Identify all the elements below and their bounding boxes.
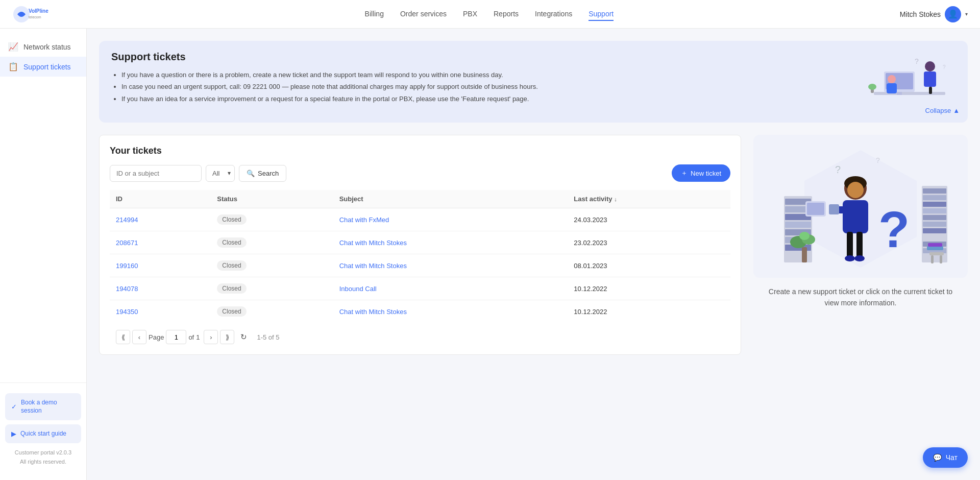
plus-icon: ＋: [681, 169, 688, 178]
chat-button[interactable]: 💬 Чат: [923, 447, 968, 468]
banner-bullet-3: If you have an idea for a service improv…: [121, 93, 853, 105]
banner-bullets: If you have a question or there is a pro…: [111, 69, 853, 105]
sidebar-item-network-status[interactable]: 📈 Network status: [0, 37, 86, 57]
play-icon: ▶: [11, 430, 16, 438]
status-badge: Closed: [217, 283, 246, 294]
svg-rect-41: [829, 204, 839, 214]
search-label: Search: [258, 170, 279, 177]
svg-rect-50: [923, 228, 946, 233]
collapse-label: Collapse: [925, 107, 951, 114]
svg-rect-47: [923, 208, 946, 213]
page-last-button[interactable]: ⟫: [220, 330, 234, 344]
col-last-activity: Last activity ↓: [568, 190, 730, 208]
main-header: VolPline telecom Billing Order services …: [0, 0, 980, 29]
sidebar-item-support-tickets[interactable]: 📋 Support tickets: [0, 57, 86, 77]
ticket-subject[interactable]: Chat with Mitch Stokes: [339, 239, 407, 247]
svg-rect-51: [923, 235, 946, 240]
user-menu[interactable]: Mitch Stokes 👤 ▾: [900, 6, 968, 22]
sidebar: 📈 Network status 📋 Support tickets ✓ Boo…: [0, 29, 87, 480]
svg-text:?: ?: [943, 64, 946, 70]
all-rights: All rights reserved.: [0, 458, 86, 466]
svg-point-34: [847, 182, 864, 198]
search-icon: 🔍: [247, 170, 255, 177]
col-status: Status: [211, 190, 333, 208]
refresh-button[interactable]: ↻: [236, 330, 251, 344]
svg-rect-10: [924, 71, 936, 87]
new-ticket-button[interactable]: ＋ New ticket: [672, 164, 730, 182]
svg-rect-31: [807, 203, 824, 215]
ticket-id[interactable]: 194350: [116, 308, 138, 316]
chat-label: Чат: [946, 453, 958, 462]
table-row[interactable]: 214994 Closed Chat with FxMed 24.03.2023: [110, 208, 730, 231]
status-badge: Closed: [217, 237, 246, 248]
sort-icon: ↓: [614, 196, 617, 202]
ticket-subject[interactable]: Chat with Mitch Stokes: [339, 262, 407, 270]
page-count: 1-5 of 5: [257, 333, 279, 341]
table-row[interactable]: 194350 Closed Chat with Mitch Stokes 10.…: [110, 300, 730, 323]
page-prev-button[interactable]: ‹: [132, 330, 146, 344]
table-row[interactable]: 194078 Closed Inbound Call 10.12.2022: [110, 277, 730, 300]
search-input[interactable]: [110, 165, 202, 182]
svg-rect-6: [897, 92, 902, 95]
page-first-button[interactable]: ⟪: [116, 330, 130, 344]
svg-rect-44: [923, 188, 946, 194]
quick-start-promo[interactable]: ▶ Quick start guide: [5, 424, 81, 443]
svg-rect-48: [923, 215, 946, 220]
ticket-id[interactable]: 194078: [116, 285, 138, 293]
avatar: 👤: [945, 6, 961, 22]
svg-rect-3: [874, 92, 945, 95]
svg-rect-56: [940, 255, 942, 263]
svg-rect-11: [929, 87, 932, 94]
banner-title: Support tickets: [111, 51, 853, 63]
svg-rect-45: [923, 195, 946, 200]
chevron-down-icon: ▾: [965, 11, 968, 17]
check-icon: ✓: [11, 403, 17, 411]
nav-order-services[interactable]: Order services: [400, 8, 447, 21]
svg-rect-57: [927, 246, 943, 250]
content-area: Your tickets All 🔍 Search ＋ New ticket: [99, 135, 968, 355]
ticket-id[interactable]: 199160: [116, 262, 138, 270]
ticket-id[interactable]: 208671: [116, 239, 138, 247]
banner-bullet-1: If you have a question or there is a pro…: [121, 69, 853, 81]
svg-point-15: [868, 84, 876, 90]
ticket-subject[interactable]: Chat with FxMed: [339, 216, 389, 224]
collapse-button[interactable]: Collapse ▲: [925, 107, 960, 114]
book-demo-promo[interactable]: ✓ Book a demo session: [5, 393, 81, 421]
svg-rect-35: [843, 200, 868, 233]
svg-rect-46: [923, 202, 946, 207]
svg-text:telecom: telecom: [29, 15, 41, 19]
search-button[interactable]: 🔍 Search: [239, 165, 286, 182]
nav-support[interactable]: Support: [589, 8, 614, 21]
portal-version: Customer portal v2.0.3: [0, 447, 86, 458]
ticket-date: 08.01.2023: [568, 254, 730, 277]
logo[interactable]: VolPline telecom: [12, 5, 58, 23]
table-row[interactable]: 208671 Closed Chat with Mitch Stokes 23.…: [110, 231, 730, 254]
collapse-icon: ▲: [953, 107, 960, 114]
of-label: of: [188, 333, 194, 341]
nav-reports[interactable]: Reports: [494, 8, 519, 21]
svg-text:?: ?: [876, 156, 880, 164]
ticket-id[interactable]: 214994: [116, 216, 138, 224]
svg-point-29: [799, 232, 810, 240]
ticket-subject[interactable]: Chat with Mitch Stokes: [339, 308, 407, 316]
right-panel-illustration: ?: [753, 135, 968, 278]
svg-rect-26: [802, 247, 807, 262]
chat-icon: 💬: [933, 453, 942, 462]
tickets-table: ID Status Subject Last activity ↓ 214994…: [110, 190, 730, 323]
nav-integrations[interactable]: Integrations: [535, 8, 572, 21]
support-banner: Support tickets If you have a question o…: [99, 41, 968, 123]
svg-rect-8: [887, 83, 897, 93]
status-badge: Closed: [217, 260, 246, 271]
table-row[interactable]: 199160 Closed Chat with Mitch Stokes 08.…: [110, 254, 730, 277]
page-next-button[interactable]: ›: [204, 330, 218, 344]
main-nav: Billing Order services PBX Reports Integ…: [79, 8, 900, 21]
nav-billing[interactable]: Billing: [365, 8, 384, 21]
tickets-toolbar: All 🔍 Search ＋ New ticket: [110, 164, 730, 182]
page-input[interactable]: [166, 330, 186, 344]
nav-pbx[interactable]: PBX: [463, 8, 477, 21]
new-ticket-label: New ticket: [691, 170, 721, 177]
status-filter[interactable]: All: [206, 165, 235, 182]
ticket-subject[interactable]: Inbound Call: [339, 285, 377, 293]
svg-rect-37: [856, 232, 863, 257]
svg-rect-55: [931, 255, 934, 263]
